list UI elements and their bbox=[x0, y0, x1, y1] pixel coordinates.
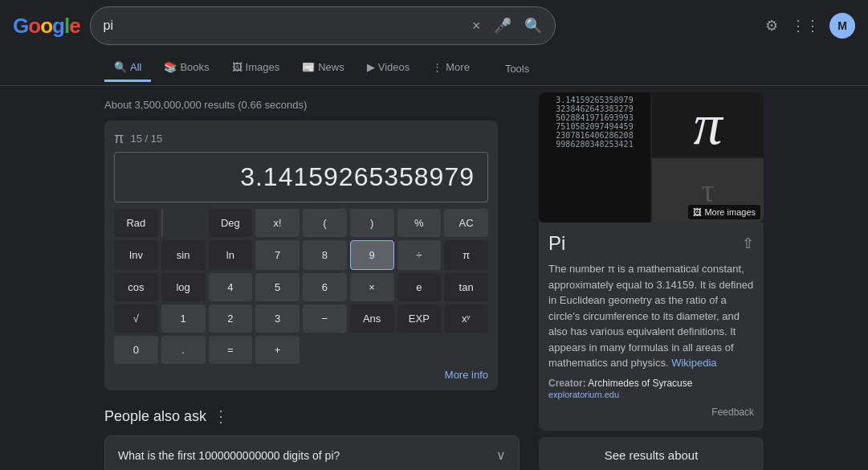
tab-books-label: Books bbox=[180, 61, 209, 73]
tab-news[interactable]: 📰 News bbox=[292, 55, 354, 82]
calc-btn-rad[interactable]: Rad bbox=[114, 209, 158, 237]
calc-btn-rparen[interactable]: ) bbox=[350, 209, 394, 237]
apps-button[interactable]: ⋮⋮ bbox=[788, 14, 823, 38]
tab-images-label: Images bbox=[246, 61, 280, 73]
search-button[interactable]: 🔍 bbox=[521, 14, 545, 38]
more-images-label: More images bbox=[704, 207, 756, 217]
news-icon: 📰 bbox=[302, 61, 315, 73]
search-input-box[interactable]: pi × 🎤 🔍 bbox=[90, 6, 556, 45]
calc-btn-exp[interactable]: EXP bbox=[397, 304, 442, 333]
tau-symbol: τ bbox=[701, 172, 714, 210]
calc-btn-e[interactable]: e bbox=[397, 273, 442, 301]
calc-btn-sqrt[interactable]: √ bbox=[114, 304, 158, 333]
kc-creator-label: Creator: bbox=[548, 378, 586, 389]
results-area: About 3,500,000,000 results (0.66 second… bbox=[0, 86, 868, 470]
calc-btn-percent[interactable]: % bbox=[397, 209, 442, 237]
results-count: About 3,500,000,000 results (0.66 second… bbox=[104, 92, 520, 121]
search-bar-container: pi × 🎤 🔍 bbox=[90, 6, 556, 45]
tab-videos-label: Videos bbox=[378, 61, 410, 73]
calc-btn-9[interactable]: 9 bbox=[350, 240, 394, 270]
calc-btn-log[interactable]: log bbox=[161, 273, 206, 301]
paa-item-1[interactable]: What is the first 1000000000000 digits o… bbox=[104, 435, 520, 470]
header-right: ⚙ ⋮⋮ M bbox=[762, 13, 855, 39]
calc-btn-factorial[interactable]: x! bbox=[255, 209, 300, 237]
paa-title: People also ask bbox=[104, 408, 206, 425]
pi-image-symbol: π bbox=[652, 92, 764, 157]
calc-btn-equals[interactable]: = bbox=[209, 336, 253, 364]
more-dots-icon: ⋮ bbox=[432, 61, 442, 73]
calc-btn-6[interactable]: 6 bbox=[303, 273, 347, 301]
tab-more[interactable]: ⋮ More bbox=[422, 55, 479, 82]
tab-books[interactable]: 📚 Books bbox=[154, 55, 218, 82]
calc-btn-dot[interactable]: . bbox=[161, 336, 206, 364]
calc-btn-8[interactable]: 8 bbox=[303, 240, 347, 270]
avatar[interactable]: M bbox=[829, 13, 855, 39]
calc-btn-deg[interactable]: Deg bbox=[209, 209, 253, 237]
calc-btn-ac[interactable]: AC bbox=[444, 209, 488, 237]
kc-title: Pi bbox=[548, 232, 565, 255]
share-button[interactable]: ⇧ bbox=[742, 235, 754, 252]
more-images-button[interactable]: 🖼 More images bbox=[688, 205, 760, 219]
calc-btn-pi[interactable]: π bbox=[444, 240, 488, 270]
more-info-link[interactable]: More info bbox=[114, 369, 488, 381]
kc-wikipedia-link[interactable]: Wikipedia bbox=[671, 357, 716, 369]
calculator: π 15 / 15 3.14159265358979 Rad Deg x! ( … bbox=[104, 121, 498, 390]
paa-header: People also ask ⋮ bbox=[104, 407, 520, 426]
calc-btn-multiply[interactable]: × bbox=[350, 273, 394, 301]
kc-creator: Creator: Archimedes of Syracuse explorat… bbox=[548, 378, 754, 400]
calc-btn-ln[interactable]: ln bbox=[209, 240, 253, 270]
calc-btn-3[interactable]: 3 bbox=[255, 304, 300, 333]
kc-creator-source-link[interactable]: exploratorium.edu bbox=[548, 390, 619, 399]
pi-images-grid: 3.14159265358979323846264338327950288419… bbox=[539, 92, 764, 223]
voice-search-button[interactable]: 🎤 bbox=[491, 14, 515, 38]
calc-btn-sin[interactable]: sin bbox=[161, 240, 206, 270]
tab-all-label: All bbox=[130, 61, 141, 73]
settings-button[interactable]: ⚙ bbox=[762, 14, 781, 38]
tab-images[interactable]: 🖼 Images bbox=[222, 55, 290, 82]
calc-btn-ans[interactable]: Ans bbox=[350, 304, 394, 333]
calc-btn-5[interactable]: 5 bbox=[255, 273, 300, 301]
pi-image-digits: 3.14159265358979323846264338327950288419… bbox=[539, 92, 650, 223]
search-text: pi bbox=[104, 18, 463, 33]
calc-btn-2[interactable]: 2 bbox=[209, 304, 253, 333]
calc-btn-lparen[interactable]: ( bbox=[303, 209, 347, 237]
search-icons: × 🎤 🔍 bbox=[469, 14, 545, 38]
paa-item-1-text: What is the first 1000000000000 digits o… bbox=[118, 449, 340, 462]
kc-title-row: Pi ⇧ bbox=[548, 232, 754, 255]
calc-btn-1[interactable]: 1 bbox=[161, 304, 206, 333]
calc-pi-header-symbol: π bbox=[114, 130, 124, 147]
videos-icon: ▶ bbox=[367, 61, 375, 73]
kc-description: The number π is a mathematical constant,… bbox=[548, 261, 754, 371]
calc-btn-pow[interactable]: xʸ bbox=[444, 304, 488, 333]
calc-btn-tan[interactable]: tan bbox=[444, 273, 488, 301]
calc-btn-7[interactable]: 7 bbox=[255, 240, 300, 270]
calc-btn-divide[interactable]: ÷ bbox=[397, 240, 442, 270]
search-icon: 🔍 bbox=[114, 61, 127, 73]
knowledge-card: Pi ⇧ The number π is a mathematical cons… bbox=[539, 223, 764, 431]
calc-btn-0[interactable]: 0 bbox=[114, 336, 158, 364]
chevron-down-icon-1: ∨ bbox=[496, 448, 506, 463]
calc-buttons: Rad Deg x! ( ) % AC Inv sin ln 7 8 9 ÷ π… bbox=[114, 209, 488, 364]
see-results-about-button[interactable]: See results about bbox=[539, 437, 764, 471]
tab-videos[interactable]: ▶ Videos bbox=[357, 55, 420, 82]
pi-digits-text: 3.14159265358979323846264338327950288419… bbox=[552, 92, 636, 223]
tab-all[interactable]: 🔍 All bbox=[104, 55, 151, 82]
google-logo: Google bbox=[13, 14, 80, 39]
clear-button[interactable]: × bbox=[469, 14, 484, 38]
calc-btn-sep bbox=[161, 209, 163, 237]
kc-feedback-link[interactable]: Feedback bbox=[548, 403, 754, 421]
nav-tabs: 🔍 All 📚 Books 🖼 Images 📰 News ▶ Videos ⋮… bbox=[0, 51, 868, 86]
books-icon: 📚 bbox=[164, 61, 177, 73]
tab-more-label: More bbox=[446, 61, 470, 73]
calc-btn-inv[interactable]: Inv bbox=[114, 240, 158, 270]
calc-btn-cos[interactable]: cos bbox=[114, 273, 158, 301]
calc-header-text: 15 / 15 bbox=[130, 133, 162, 145]
calc-btn-minus[interactable]: − bbox=[303, 304, 347, 333]
calc-btn-plus[interactable]: + bbox=[255, 336, 300, 364]
paa-options-button[interactable]: ⋮ bbox=[213, 407, 229, 426]
right-panel: 3.14159265358979323846264338327950288419… bbox=[539, 92, 764, 470]
calc-btn-4[interactable]: 4 bbox=[209, 273, 253, 301]
tools-button[interactable]: Tools bbox=[495, 56, 539, 81]
header: Google pi × 🎤 🔍 ⚙ ⋮⋮ M bbox=[0, 0, 868, 51]
kc-desc-text: The number π is a mathematical constant,… bbox=[548, 263, 753, 369]
